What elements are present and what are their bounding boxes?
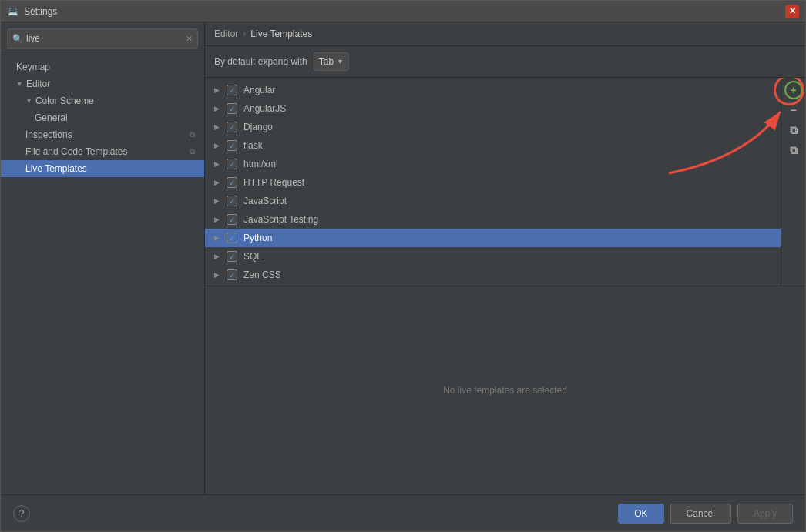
window-title: Settings — [24, 6, 785, 17]
expand-dropdown[interactable]: Tab ▼ — [314, 52, 349, 71]
bottom-left: ? — [13, 505, 30, 522]
bottom-right: OK Cancel Apply — [618, 504, 793, 524]
angularjs-checkbox[interactable]: ✓ — [227, 103, 237, 114]
sql-expand-icon: ▶ — [214, 253, 223, 260]
python-name: Python — [243, 233, 272, 243]
zen-css-name: Zen CSS — [243, 269, 281, 280]
copy-template-button[interactable]: ⧉ — [784, 121, 803, 139]
apply-button[interactable]: Apply — [737, 504, 793, 524]
html-xml-name: html/xml — [243, 159, 278, 169]
sidebar-item-inspections[interactable]: Inspections ⧉ — [1, 126, 204, 143]
help-button[interactable]: ? — [13, 505, 30, 522]
bottom-bar: ? OK Cancel Apply — [1, 494, 805, 531]
angularjs-name: AngularJS — [243, 103, 286, 114]
color-scheme-label: Color Scheme — [35, 95, 94, 106]
copy2-template-button[interactable]: ⧉ — [784, 141, 803, 159]
settings-window: 💻 Settings ✕ 🔍 ✕ Keymap ▼ Editor — [0, 0, 806, 532]
http-request-expand-icon: ▶ — [214, 179, 223, 186]
template-item-python[interactable]: ▶ ✓ Python — [205, 229, 781, 247]
angular-expand-icon: ▶ — [214, 86, 223, 94]
sidebar-item-live-templates[interactable]: Live Templates — [1, 160, 204, 177]
template-item-http-request[interactable]: ▶ ✓ HTTP Request — [205, 173, 781, 192]
javascript-name: JavaScript — [243, 196, 287, 206]
http-request-checkbox[interactable]: ✓ — [227, 177, 237, 188]
django-name: Django — [243, 122, 273, 132]
angular-checkbox[interactable]: ✓ — [227, 85, 237, 95]
javascript-testing-checkbox[interactable]: ✓ — [227, 214, 237, 225]
python-expand-icon: ▶ — [214, 234, 223, 242]
inspections-label: Inspections — [25, 129, 72, 140]
titlebar: 💻 Settings ✕ — [1, 1, 805, 22]
search-input[interactable] — [26, 33, 186, 44]
close-button[interactable]: ✕ — [785, 5, 799, 18]
breadcrumb-parent: Editor — [214, 28, 238, 39]
template-item-angular[interactable]: ▶ ✓ Angular — [205, 81, 781, 99]
editor-expand-arrow: ▼ — [16, 80, 23, 88]
angular-name: Angular — [243, 85, 275, 95]
template-item-javascript[interactable]: ▶ ✓ JavaScript — [205, 192, 781, 210]
javascript-expand-icon: ▶ — [214, 197, 223, 205]
content-area: 🔍 ✕ Keymap ▼ Editor ▼ Color Scheme — [1, 22, 805, 494]
add-button-wrapper: + — [784, 81, 803, 99]
html-xml-expand-icon: ▶ — [214, 160, 223, 168]
expand-label: By default expand with — [214, 56, 307, 67]
sql-name: SQL — [243, 251, 262, 262]
template-item-javascript-testing[interactable]: ▶ ✓ JavaScript Testing — [205, 210, 781, 229]
list-panel-wrapper: ▶ ✓ Angular ▶ ✓ AngularJS ▶ ✓ Django — [205, 78, 805, 286]
python-checkbox[interactable]: ✓ — [227, 233, 237, 243]
clear-search-icon[interactable]: ✕ — [186, 34, 193, 44]
live-templates-label: Live Templates — [25, 163, 87, 174]
breadcrumb-current: Live Templates — [250, 28, 312, 39]
breadcrumb-separator: › — [243, 28, 246, 39]
template-item-angularjs[interactable]: ▶ ✓ AngularJS — [205, 99, 781, 118]
sidebar-items-list: Keymap ▼ Editor ▼ Color Scheme General I… — [1, 55, 204, 494]
flask-expand-icon: ▶ — [214, 142, 223, 149]
django-expand-icon: ▶ — [214, 123, 223, 131]
remove-template-button[interactable]: − — [784, 101, 803, 119]
template-item-sql[interactable]: ▶ ✓ SQL — [205, 247, 781, 266]
search-bar: 🔍 ✕ — [1, 22, 204, 55]
angularjs-expand-icon: ▶ — [214, 105, 223, 112]
flask-name: flask — [243, 140, 263, 151]
zen-css-expand-icon: ▶ — [214, 271, 223, 279]
expand-toolbar: By default expand with Tab ▼ — [205, 46, 805, 78]
zen-css-checkbox[interactable]: ✓ — [227, 269, 237, 280]
javascript-testing-expand-icon: ▶ — [214, 216, 223, 223]
inspections-copy-icon: ⧉ — [190, 130, 195, 139]
http-request-name: HTTP Request — [243, 177, 304, 188]
expand-value: Tab — [319, 56, 334, 67]
sidebar-item-keymap[interactable]: Keymap — [1, 59, 204, 75]
template-item-html-xml[interactable]: ▶ ✓ html/xml — [205, 155, 781, 173]
dropdown-arrow-icon: ▼ — [337, 58, 344, 65]
search-input-wrapper[interactable]: 🔍 ✕ — [7, 28, 198, 49]
sidebar-item-general[interactable]: General — [1, 109, 204, 126]
django-checkbox[interactable]: ✓ — [227, 122, 237, 132]
app-icon: 💻 — [7, 5, 19, 18]
sidebar: 🔍 ✕ Keymap ▼ Editor ▼ Color Scheme — [1, 22, 205, 494]
right-actions: + − ⧉ ⧉ — [781, 78, 805, 286]
sidebar-item-file-code-templates[interactable]: File and Code Templates ⧉ — [1, 143, 204, 160]
javascript-testing-name: JavaScript Testing — [243, 214, 318, 225]
template-item-django[interactable]: ▶ ✓ Django — [205, 118, 781, 136]
template-item-zen-css[interactable]: ▶ ✓ Zen CSS — [205, 266, 781, 284]
breadcrumb: Editor › Live Templates — [205, 22, 805, 46]
keymap-label: Keymap — [16, 62, 50, 72]
flask-checkbox[interactable]: ✓ — [227, 140, 237, 151]
sidebar-item-color-scheme[interactable]: ▼ Color Scheme — [1, 92, 204, 109]
sidebar-item-editor[interactable]: ▼ Editor — [1, 75, 204, 92]
html-xml-checkbox[interactable]: ✓ — [227, 159, 237, 169]
file-code-templates-label: File and Code Templates — [25, 146, 128, 157]
sql-checkbox[interactable]: ✓ — [227, 251, 237, 262]
cancel-button[interactable]: Cancel — [670, 504, 731, 524]
add-template-button[interactable]: + — [784, 81, 803, 99]
template-list: ▶ ✓ Angular ▶ ✓ AngularJS ▶ ✓ Django — [205, 78, 781, 286]
template-item-flask[interactable]: ▶ ✓ flask — [205, 136, 781, 155]
file-templates-copy-icon: ⧉ — [190, 147, 195, 156]
general-label: General — [35, 112, 68, 123]
editor-label: Editor — [26, 79, 50, 89]
javascript-checkbox[interactable]: ✓ — [227, 196, 237, 206]
ok-button[interactable]: OK — [618, 504, 663, 524]
main-panel: Editor › Live Templates By default expan… — [205, 22, 805, 494]
color-scheme-expand-arrow: ▼ — [25, 97, 32, 105]
search-icon: 🔍 — [12, 34, 23, 44]
